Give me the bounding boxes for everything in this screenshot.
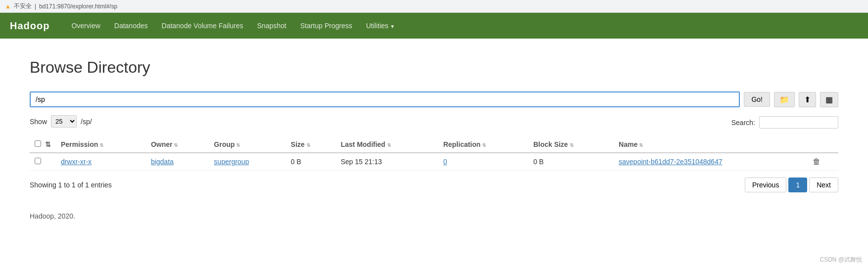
delete-icon[interactable]: 🗑 (813, 157, 820, 166)
footer-text: Hadoop, 2020. (30, 212, 75, 220)
name-link[interactable]: savepoint-b61dd7-2e351048d647 (619, 158, 722, 166)
col-actions (808, 136, 838, 153)
secure-label: 不安全 (14, 2, 32, 10)
grid-icon-button[interactable]: ▦ (820, 92, 838, 107)
nav-link-datanode-volume-failures[interactable]: Datanode Volume Failures (155, 14, 250, 38)
table-row: drwxr-xr-x bigdata supergroup 0 B Sep 15… (30, 153, 838, 171)
grid-icon: ▦ (825, 95, 833, 104)
show-search-row: Show 25 10 50 100 /sp/ Search: (30, 115, 838, 133)
nav-item-startup-progress[interactable]: Startup Progress (293, 14, 359, 38)
address-bar: ▲ 不安全 | bd171:9870/explorer.html#/sp (0, 0, 868, 13)
showing-text: Showing 1 to 1 of 1 entries (30, 181, 112, 189)
row-permission: drwxr-xr-x (56, 153, 146, 171)
row-owner: bigdata (146, 153, 209, 171)
go-button[interactable]: Go! (744, 92, 770, 107)
nav-link-datanodes[interactable]: Datanodes (107, 14, 155, 38)
group-link[interactable]: supergroup (214, 158, 249, 166)
col-replication: Replication⇅ (438, 136, 529, 153)
row-replication: 0 (438, 153, 529, 171)
col-name: Name⇅ (614, 136, 808, 153)
upload-icon: ⬆ (804, 95, 811, 104)
show-row: Show 25 10 50 100 /sp/ (30, 115, 92, 128)
row-last-modified: Sep 15 21:13 (336, 153, 438, 171)
permission-link[interactable]: drwxr-xr-x (61, 158, 92, 166)
previous-button[interactable]: Previous (745, 178, 786, 192)
table-footer: Showing 1 to 1 of 1 entries Previous 1 N… (30, 178, 838, 192)
navbar: Hadoop Overview Datanodes Datanode Volum… (0, 13, 868, 39)
col-size: Size⇅ (286, 136, 336, 153)
nav-link-overview[interactable]: Overview (64, 14, 107, 38)
nav-link-snapshot[interactable]: Snapshot (250, 14, 293, 38)
nav-item-overview[interactable]: Overview (64, 14, 107, 38)
select-all-checkbox[interactable] (35, 140, 41, 147)
upload-icon-button[interactable]: ⬆ (799, 92, 816, 107)
folder-icon-button[interactable]: 📁 (774, 92, 795, 107)
search-label: Search: (731, 119, 755, 127)
col-owner: Owner⇅ (146, 136, 209, 153)
table-header: ⇅ Permission⇅ Owner⇅ Group⇅ Size⇅ Last M… (30, 136, 838, 153)
brand-label: Hadoop (10, 20, 49, 32)
show-label: Show (30, 118, 47, 126)
nav-link-utilities[interactable]: Utilities▼ (359, 14, 402, 38)
folder-icon: 📁 (779, 95, 789, 104)
nav-link-startup-progress[interactable]: Startup Progress (293, 14, 359, 38)
row-block-size: 0 B (529, 153, 614, 171)
url-text: bd171:9870/explorer.html#/sp (39, 3, 117, 10)
show-select[interactable]: 25 10 50 100 (51, 115, 77, 128)
directory-table: ⇅ Permission⇅ Owner⇅ Group⇅ Size⇅ Last M… (30, 136, 838, 171)
col-group: Group⇅ (209, 136, 286, 153)
current-path-label: /sp/ (81, 118, 92, 126)
pagination: Previous 1 Next (745, 178, 838, 192)
next-button[interactable]: Next (809, 178, 838, 192)
dropdown-arrow-icon: ▼ (390, 24, 395, 29)
path-row: Go! 📁 ⬆ ▦ (30, 91, 838, 107)
nav-item-utilities[interactable]: Utilities▼ (359, 14, 402, 38)
row-checkbox-cell (30, 153, 56, 171)
page-title: Browse Directory (30, 58, 838, 77)
page-1-button[interactable]: 1 (788, 178, 807, 192)
warning-icon: ▲ (5, 3, 11, 10)
replication-link[interactable]: 0 (443, 158, 447, 166)
col-checkbox: ⇅ (30, 136, 56, 153)
search-input[interactable] (759, 116, 838, 129)
row-name: savepoint-b61dd7-2e351048d647 (614, 153, 808, 171)
footer: Hadoop, 2020. (30, 212, 838, 220)
col-icons-header: ⇅ (45, 140, 51, 148)
owner-link[interactable]: bigdata (151, 158, 174, 166)
row-group: supergroup (209, 153, 286, 171)
nav-item-snapshot[interactable]: Snapshot (250, 14, 293, 38)
col-permission: Permission⇅ (56, 136, 146, 153)
nav-links: Overview Datanodes Datanode Volume Failu… (64, 14, 401, 38)
path-input[interactable] (30, 91, 740, 107)
nav-item-datanodes[interactable]: Datanodes (107, 14, 155, 38)
table-body: drwxr-xr-x bigdata supergroup 0 B Sep 15… (30, 153, 838, 171)
row-size: 0 B (286, 153, 336, 171)
col-last-modified: Last Modified⇅ (336, 136, 438, 153)
nav-item-datanode-volume-failures[interactable]: Datanode Volume Failures (155, 14, 250, 38)
search-row: Search: (731, 116, 838, 129)
row-checkbox[interactable] (35, 158, 41, 164)
separator: | (35, 3, 36, 10)
row-delete-cell: 🗑 (808, 153, 838, 171)
col-block-size: Block Size⇅ (529, 136, 614, 153)
main-content: Browse Directory Go! 📁 ⬆ ▦ Show 25 10 50… (0, 39, 868, 240)
